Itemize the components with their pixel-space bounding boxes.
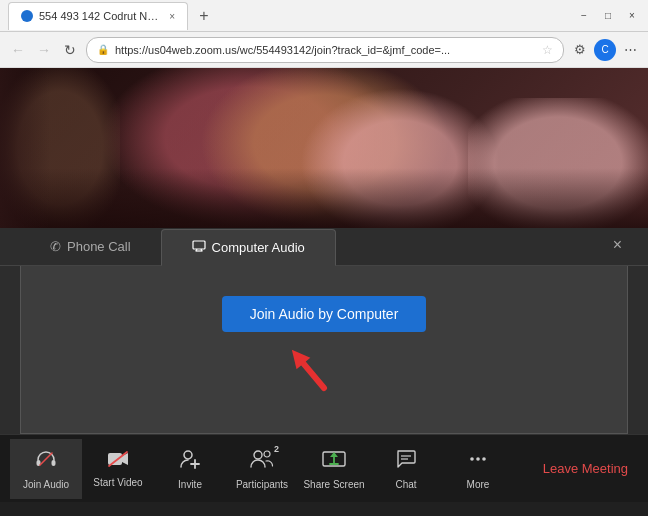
arrow-indicator: [274, 338, 374, 393]
leave-meeting-button[interactable]: Leave Meeting: [533, 461, 638, 476]
zoom-toolbar: Join Audio Start Video: [0, 434, 648, 502]
refresh-button[interactable]: ↻: [60, 42, 80, 58]
toolbar-join-audio[interactable]: Join Audio: [10, 439, 82, 499]
svg-line-9: [40, 453, 52, 465]
toolbar-items: Join Audio Start Video: [10, 439, 514, 499]
zoom-dialog-area: ✆ Phone Call Computer Audio × Join Audio…: [0, 228, 648, 434]
svg-point-26: [482, 457, 486, 461]
address-input[interactable]: 🔒 https://us04web.zoom.us/wc/554493142/j…: [86, 37, 564, 63]
browser-menu-button[interactable]: ⋯: [620, 42, 640, 57]
start-video-label: Start Video: [93, 477, 142, 488]
tab-bar: 554 493 142 Codrut Neagu's Zo... × +: [8, 0, 576, 31]
phone-call-tab-label: Phone Call: [67, 239, 131, 254]
more-label: More: [467, 479, 490, 490]
computer-audio-tab[interactable]: Computer Audio: [161, 229, 336, 266]
browser-titlebar: 554 493 142 Codrut Neagu's Zo... × + − □…: [0, 0, 648, 32]
svg-point-24: [470, 457, 474, 461]
audio-content-area: Join Audio by Computer: [20, 266, 628, 434]
more-icon: [467, 448, 489, 475]
tab-close-btn[interactable]: ×: [169, 11, 175, 22]
chat-icon: [395, 448, 417, 475]
share-screen-icon: [322, 448, 346, 475]
chat-label: Chat: [395, 479, 416, 490]
browser-tab[interactable]: 554 493 142 Codrut Neagu's Zo... ×: [8, 2, 188, 30]
svg-point-17: [264, 451, 270, 457]
join-audio-label: Join Audio: [23, 479, 69, 490]
profile-avatar[interactable]: C: [594, 39, 616, 61]
minimize-button[interactable]: −: [576, 10, 592, 21]
svg-point-25: [476, 457, 480, 461]
computer-audio-tab-label: Computer Audio: [212, 240, 305, 255]
phone-icon: ✆: [50, 239, 61, 254]
toolbar-more[interactable]: More: [442, 439, 514, 499]
monitor-icon: [192, 240, 206, 255]
video-dark-bottom: [0, 168, 648, 228]
toolbar-share-screen[interactable]: Share Screen: [298, 439, 370, 499]
bookmark-icon[interactable]: ☆: [542, 43, 553, 57]
invite-label: Invite: [178, 479, 202, 490]
camera-icon: [107, 450, 129, 473]
forward-button[interactable]: →: [34, 42, 54, 58]
toolbar-participants[interactable]: 2 Participants: [226, 439, 298, 499]
svg-rect-10: [108, 453, 122, 465]
svg-rect-7: [52, 460, 56, 466]
video-area: [0, 68, 648, 228]
lock-icon: 🔒: [97, 44, 109, 55]
share-screen-label: Share Screen: [303, 479, 364, 490]
phone-call-tab[interactable]: ✆ Phone Call: [20, 229, 161, 266]
address-bar-row: ← → ↻ 🔒 https://us04web.zoom.us/wc/55449…: [0, 32, 648, 68]
video-dark-left: [0, 68, 50, 228]
join-audio-by-computer-button[interactable]: Join Audio by Computer: [222, 296, 427, 332]
back-button[interactable]: ←: [8, 42, 28, 58]
svg-point-13: [184, 451, 192, 459]
svg-point-16: [254, 451, 262, 459]
audio-tabs: ✆ Phone Call Computer Audio ×: [0, 228, 648, 266]
svg-marker-20: [330, 452, 338, 457]
toolbar-invite[interactable]: Invite: [154, 439, 226, 499]
svg-rect-0: [193, 241, 205, 249]
headphone-icon: [35, 448, 57, 475]
close-window-button[interactable]: ×: [624, 10, 640, 21]
video-background: [0, 68, 648, 228]
toolbar-start-video[interactable]: Start Video: [82, 439, 154, 499]
extensions-icon[interactable]: ⚙: [570, 42, 590, 57]
participants-label: Participants: [236, 479, 288, 490]
participants-icon: 2: [249, 448, 275, 475]
invite-icon: [179, 448, 201, 475]
new-tab-button[interactable]: +: [192, 4, 216, 28]
maximize-button[interactable]: □: [600, 10, 616, 21]
participants-badge: 2: [274, 444, 279, 454]
address-text: https://us04web.zoom.us/wc/554493142/joi…: [115, 44, 536, 56]
tab-favicon: [21, 10, 33, 22]
toolbar-chat[interactable]: Chat: [370, 439, 442, 499]
browser-menu-icons: ⚙ C ⋯: [570, 39, 640, 61]
window-controls: − □ ×: [576, 10, 640, 21]
dialog-close-button[interactable]: ×: [613, 236, 622, 254]
tab-title: 554 493 142 Codrut Neagu's Zo...: [39, 10, 159, 22]
